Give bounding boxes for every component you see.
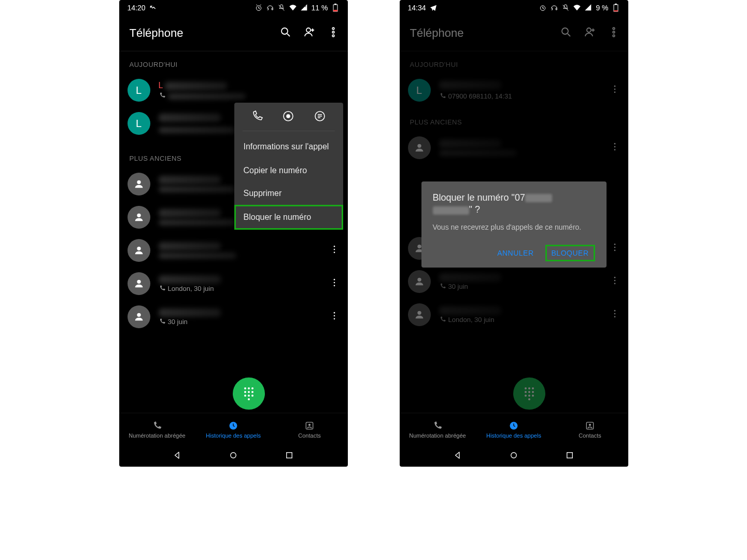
avatar[interactable] <box>128 239 150 262</box>
svg-point-25 <box>333 285 335 287</box>
status-time: 14:34 <box>408 4 426 12</box>
avatar[interactable] <box>128 272 150 295</box>
missed-call-icon <box>149 4 157 12</box>
nav-label: Contacts <box>298 432 320 439</box>
signal-icon <box>584 4 593 12</box>
wifi-icon <box>573 4 581 12</box>
row-overflow-icon[interactable] <box>329 244 340 257</box>
ctx-copy-number[interactable]: Copier le numéro <box>234 159 343 182</box>
search-icon[interactable] <box>279 26 292 40</box>
mute-icon <box>277 4 286 12</box>
status-bar: 14:20 x 11 % <box>119 0 348 16</box>
call-row[interactable]: London, 30 juin <box>123 267 344 300</box>
dialpad-fab[interactable] <box>233 377 265 410</box>
nav-label: Historique des appels <box>486 432 541 439</box>
svg-point-24 <box>333 282 335 284</box>
svg-point-19 <box>333 246 335 247</box>
context-menu: Informations sur l'appel Copier le numér… <box>234 103 343 230</box>
svg-rect-37 <box>287 453 292 458</box>
status-time: 14:20 <box>128 4 146 12</box>
svg-point-21 <box>333 252 335 254</box>
nav-contacts[interactable]: Contacts <box>272 413 348 446</box>
status-bar: 14:34 9 % <box>400 0 628 16</box>
svg-point-10 <box>137 180 140 184</box>
avatar[interactable]: L <box>128 112 150 135</box>
avatar[interactable] <box>128 173 150 195</box>
avatar[interactable] <box>128 206 150 229</box>
nav-label: Historique des appels <box>206 432 261 439</box>
home-icon[interactable] <box>509 451 518 462</box>
video-icon[interactable] <box>282 110 294 124</box>
svg-point-7 <box>332 27 334 30</box>
android-nav <box>400 446 628 467</box>
nav-history[interactable]: Historique des appels <box>476 413 552 446</box>
overflow-icon[interactable] <box>327 26 340 40</box>
call-meta: 30 juin <box>168 318 188 326</box>
nav-label: Contacts <box>579 432 601 439</box>
home-icon[interactable] <box>229 451 238 462</box>
alarm-icon <box>255 4 263 12</box>
headphones-icon <box>266 4 274 12</box>
block-button[interactable]: BLOQUER <box>545 245 595 261</box>
svg-point-26 <box>137 313 140 317</box>
avatar[interactable]: L <box>128 79 150 102</box>
svg-point-18 <box>137 247 140 250</box>
row-overflow-icon[interactable] <box>329 277 340 290</box>
svg-point-36 <box>231 453 236 458</box>
call-row[interactable]: L L <box>123 74 344 107</box>
dialog-title: Bloquer le numéro "07" ? <box>433 192 595 216</box>
recent-icon[interactable] <box>285 451 294 462</box>
alarm-icon <box>539 4 547 12</box>
svg-point-69 <box>511 453 517 458</box>
svg-point-8 <box>332 31 334 33</box>
signal-icon: x <box>300 4 308 12</box>
svg-point-6 <box>306 28 311 32</box>
svg-rect-70 <box>567 453 573 458</box>
section-today: AUJOURD'HUI <box>119 51 348 74</box>
cancel-button[interactable]: ANNULER <box>491 245 540 261</box>
avatar[interactable] <box>128 305 150 328</box>
back-icon[interactable] <box>453 451 462 462</box>
back-icon[interactable] <box>173 451 182 462</box>
call-name: L <box>159 81 163 90</box>
call-row[interactable]: 30 juin <box>123 300 344 333</box>
svg-point-31 <box>287 115 290 118</box>
wifi-icon <box>289 4 297 12</box>
ctx-block-number[interactable]: Bloquer le numéro <box>234 205 343 230</box>
recent-icon[interactable] <box>565 451 574 462</box>
dialog-body: Vous ne recevrez plus d'appels de ce num… <box>433 222 595 233</box>
ctx-call-info[interactable]: Informations sur l'appel <box>234 134 343 159</box>
nav-label: Numérotation abrégée <box>409 432 466 439</box>
svg-point-35 <box>308 424 311 426</box>
message-icon[interactable] <box>314 110 326 124</box>
ctx-delete[interactable]: Supprimer <box>234 182 343 205</box>
call-meta: London, 30 juin <box>168 285 214 292</box>
phone-left: 14:20 x 11 % Téléphone AUJOURD'HUI L L <box>119 0 348 467</box>
nav-speed-dial[interactable]: Numérotation abrégée <box>400 413 476 446</box>
bottom-nav: Numérotation abrégée Historique des appe… <box>400 413 628 446</box>
svg-point-20 <box>333 249 335 250</box>
call-row[interactable] <box>123 234 344 267</box>
android-nav <box>119 446 348 467</box>
svg-point-23 <box>333 279 335 281</box>
call-icon[interactable] <box>251 110 263 124</box>
svg-rect-3 <box>334 4 336 5</box>
battery-level: 9 % <box>596 4 608 12</box>
svg-rect-41 <box>614 10 618 11</box>
nav-speed-dial[interactable]: Numérotation abrégée <box>119 413 195 446</box>
nav-history[interactable]: Historique des appels <box>195 413 272 446</box>
app-title: Téléphone <box>130 26 279 40</box>
svg-point-28 <box>333 315 335 317</box>
svg-point-9 <box>332 35 334 37</box>
nav-contacts[interactable]: Contacts <box>552 413 628 446</box>
row-overflow-icon[interactable] <box>329 311 340 323</box>
block-dialog: Bloquer le numéro "07" ? Vous ne recevre… <box>421 181 607 268</box>
add-contact-icon[interactable] <box>303 26 316 40</box>
telegram-icon <box>429 4 438 12</box>
mute-icon <box>561 4 570 12</box>
svg-point-27 <box>333 312 335 314</box>
battery-icon <box>612 4 620 12</box>
phone-right: 14:34 9 % Téléphone AUJOURD'HUI L 07900 … <box>400 0 628 467</box>
svg-point-22 <box>137 280 140 284</box>
svg-rect-40 <box>615 4 617 5</box>
